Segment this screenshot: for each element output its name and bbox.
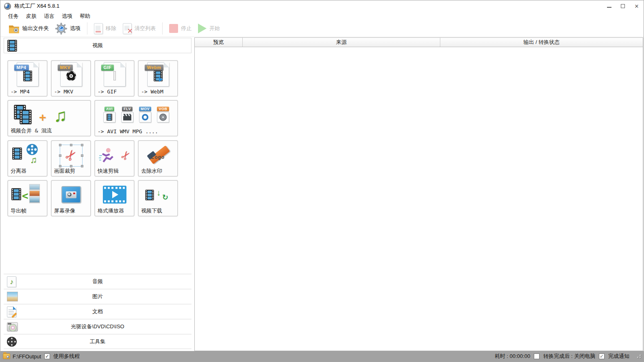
stop-icon: [169, 24, 178, 33]
tile-to-gif[interactable]: GIF -> GIF: [94, 60, 135, 97]
mov-doc-icon: MOV: [137, 107, 153, 123]
tile-to-mkv[interactable]: MKV -> MKV: [51, 60, 91, 97]
section-optical-dvd-cd-iso[interactable]: 光驱设备\DVD\CD\ISO: [4, 319, 191, 334]
toolbar-separator: [87, 22, 87, 35]
notify-checkbox[interactable]: ✓: [599, 353, 605, 359]
folder-icon: [9, 24, 20, 33]
title-bar: 格式工厂 X64 5.8.1 ✕: [0, 0, 644, 12]
gear-icon: [55, 23, 67, 35]
menu-help[interactable]: 帮助: [76, 12, 94, 21]
sunset-image-icon: [114, 72, 115, 80]
menu-bar: 任务 皮肤 语言 选项 帮助: [0, 12, 644, 20]
menu-language[interactable]: 语言: [40, 12, 58, 21]
column-preview[interactable]: 预览: [195, 38, 243, 47]
task-list-header: 预览 来源 输出 / 转换状态: [195, 38, 643, 47]
elapsed-time: 耗时 : 00:00:00: [495, 353, 530, 360]
tile-to-avi-wmv-mpg[interactable]: AVI FLV MOV VOB ->: [94, 100, 178, 137]
tile-remove-watermark[interactable]: Logo 去除水印: [138, 140, 178, 177]
app-logo-icon: [4, 3, 11, 10]
scissors-icon: ✂: [62, 147, 80, 164]
remove-button[interactable]: 移除: [91, 22, 120, 35]
minimize-button[interactable]: [602, 0, 616, 12]
output-path: F:\FFOutput: [13, 353, 41, 360]
music-note-icon: ♫: [54, 106, 67, 124]
flv-doc-icon: FLV: [119, 107, 135, 123]
tile-to-webm[interactable]: Webm -> WebM: [138, 60, 178, 97]
refresh-icon: ↻: [162, 193, 168, 202]
toolbar-separator: [162, 22, 163, 35]
toolbar: 输出文件夹 选项 移除 ✕ 清空列表 停止 开始: [0, 20, 644, 37]
start-icon: [198, 24, 207, 33]
clear-list-button[interactable]: ✕ 清空列表: [120, 22, 159, 35]
crop-selection-icon: ✂: [60, 145, 83, 167]
multithread-checkbox[interactable]: ✓: [44, 353, 50, 359]
column-source[interactable]: 来源: [243, 38, 440, 47]
webm-badge: Webm: [145, 65, 164, 71]
menu-skin[interactable]: 皮肤: [22, 12, 40, 21]
task-list-empty-area[interactable]: [195, 47, 643, 351]
film-icon: [11, 188, 21, 200]
stop-button[interactable]: 停止: [166, 23, 195, 34]
section-document[interactable]: 文档: [4, 304, 191, 319]
tile-video-merge-mux[interactable]: + ♫ 视频合并 & 混流: [7, 100, 91, 137]
section-picture[interactable]: 图片: [4, 289, 191, 304]
shutdown-checkbox[interactable]: [534, 353, 540, 359]
reel-icon: [26, 143, 38, 156]
start-button[interactable]: 开始: [195, 22, 223, 35]
tile-format-player[interactable]: 格式播放器: [94, 180, 135, 217]
film-icon: [12, 147, 22, 160]
menu-options[interactable]: 选项: [58, 12, 76, 21]
task-list-panel: 预览 来源 输出 / 转换状态: [194, 37, 643, 351]
film-icon: [145, 190, 154, 200]
tile-video-download[interactable]: ↓ ↻ 视频下载: [138, 180, 178, 217]
category-sections: ♪ 音频 图片 文档 光驱设备\DVD\CD\ISO: [4, 274, 191, 349]
column-output-status[interactable]: 输出 / 转换状态: [440, 38, 643, 47]
vob-doc-icon: VOB: [155, 107, 171, 123]
clear-list-icon: ✕: [123, 23, 132, 34]
multithread-label: 使用多线程: [53, 353, 80, 360]
main-content: 视频 MP4 -> MP4 MKV -> MKV GIF: [0, 37, 644, 351]
options-button[interactable]: 选项: [52, 22, 84, 36]
frame-thumbnails-icon: [29, 184, 40, 203]
shutdown-label: 转换完成后 : 关闭电脑: [543, 353, 595, 360]
close-button[interactable]: ✕: [630, 0, 644, 12]
tile-to-mp4[interactable]: MP4 -> MP4: [7, 60, 48, 97]
logo-text: Logo: [151, 154, 165, 160]
section-video[interactable]: 视频: [4, 38, 191, 53]
disc-icon: [66, 71, 76, 81]
music-note-icon: ♫: [30, 156, 37, 165]
tile-screen-record[interactable]: 屏幕录像: [51, 180, 91, 217]
remove-doc-icon: [94, 23, 103, 34]
tile-export-frames[interactable]: < 导出帧: [7, 180, 48, 217]
category-panel: 视频 MP4 -> MP4 MKV -> MKV GIF: [4, 38, 191, 349]
runner-icon: [98, 147, 116, 165]
status-bar: F:\FFOutput ✓ 使用多线程 耗时 : 00:00:00 转换完成后 …: [0, 351, 644, 362]
section-audio[interactable]: ♪ 音频: [4, 274, 191, 289]
plus-icon: +: [39, 111, 46, 124]
gif-badge: GIF: [101, 65, 114, 71]
tile-crop[interactable]: ✂ 画面裁剪: [51, 140, 91, 177]
angle-icon: <: [22, 190, 28, 202]
mp4-badge: MP4: [14, 65, 29, 71]
player-film-icon: [103, 186, 126, 204]
mkv-badge: MKV: [58, 65, 73, 71]
window-title: 格式工厂 X64 5.8.1: [14, 2, 59, 10]
tile-splitter[interactable]: ♫ 分离器: [7, 140, 48, 177]
resize-grip[interactable]: [635, 355, 641, 358]
scissors-icon: ✂: [118, 148, 133, 163]
play-film-icon: [154, 71, 163, 82]
folder-icon: [3, 353, 10, 359]
output-folder-button[interactable]: 输出文件夹: [5, 23, 52, 35]
tile-quick-clip[interactable]: ✂ 快速剪辑: [94, 140, 135, 177]
maximize-button[interactable]: [616, 0, 630, 12]
menu-task[interactable]: 任务: [4, 12, 22, 21]
film-icon: [23, 71, 32, 82]
output-path-button[interactable]: F:\FFOutput: [3, 353, 41, 360]
avi-doc-icon: AVI: [101, 107, 117, 123]
notify-label: 完成通知: [608, 353, 629, 360]
app-window: 格式工厂 X64 5.8.1 ✕ 任务 皮肤 语言 选项 帮助 输出文件夹 选项…: [0, 0, 644, 362]
download-arrow-icon: ↓: [157, 188, 161, 197]
section-toolset[interactable]: 工具集: [4, 334, 191, 349]
camcorder-icon: [61, 186, 81, 203]
